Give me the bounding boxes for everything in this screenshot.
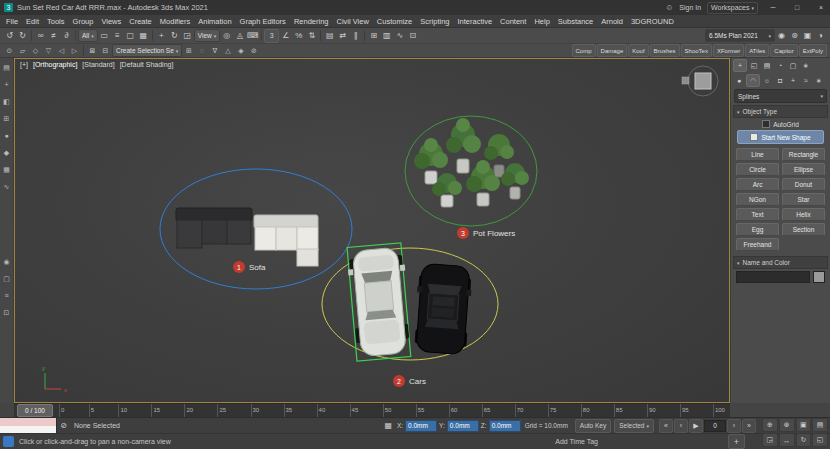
menu-item-scripting[interactable]: Scripting: [416, 17, 453, 26]
timeline[interactable]: 0 / 100 0 5 10 15 20 25 30 35 40 45 50 5…: [14, 403, 730, 417]
autogrid-checkbox[interactable]: [762, 120, 770, 128]
menu-item-arnold[interactable]: Arnold: [597, 17, 627, 26]
viewport-pov-label[interactable]: [Orthographic]: [33, 61, 77, 68]
keyboard-override-icon[interactable]: ⌨: [246, 30, 259, 42]
toolbar2-icon[interactable]: ◈: [234, 45, 247, 57]
menu-item-animation[interactable]: Animation: [194, 17, 235, 26]
bind-to-space-warp-icon[interactable]: ∂: [60, 30, 73, 42]
annotation-pot-flowers[interactable]: 3 Pot Flowers: [457, 227, 515, 239]
white-car-selected-object[interactable]: [346, 243, 413, 362]
curve-editor-icon[interactable]: ∿: [393, 30, 406, 42]
schematic-view-icon[interactable]: ⊡: [406, 30, 419, 42]
shape-button-ellipse[interactable]: Ellipse: [782, 163, 825, 176]
tab-display[interactable]: ▢: [787, 60, 799, 71]
reference-coordinate-dropdown[interactable]: View ▾: [194, 29, 221, 42]
category-geometry-icon[interactable]: ●: [733, 75, 745, 86]
workspaces-dropdown[interactable]: Workspaces ▾: [707, 2, 758, 14]
layer-explorer-icon[interactable]: ▥: [380, 30, 393, 42]
current-frame-field[interactable]: 0: [704, 420, 726, 432]
viewcube[interactable]: [682, 66, 718, 96]
left-toolbar-icon[interactable]: ▦: [1, 164, 13, 175]
snaps-toggle-icon[interactable]: 3: [264, 29, 279, 43]
menu-item-group[interactable]: Group: [69, 17, 98, 26]
select-and-scale-icon[interactable]: ◲: [181, 30, 194, 42]
left-toolbar-icon[interactable]: ≡: [1, 290, 13, 301]
isolate-selection-button[interactable]: [3, 436, 14, 447]
zoom-extents-all-button[interactable]: ▤: [812, 418, 828, 432]
toolbar2-icon[interactable]: ⊟: [99, 45, 112, 57]
shape-category-dropdown[interactable]: Splines ▾: [734, 89, 827, 103]
pan-view-button[interactable]: +: [728, 434, 745, 449]
shape-button-helix[interactable]: Helix: [782, 208, 825, 221]
name-color-rollout-header[interactable]: ▾ Name and Color: [733, 256, 828, 269]
align-icon[interactable]: ∥: [349, 30, 362, 42]
toolbar2-icon[interactable]: ◁: [55, 45, 68, 57]
toolbar2-icon[interactable]: ▽: [42, 45, 55, 57]
timeline-ruler[interactable]: 0 5 10 15 20 25 30 35 40 45 50 55 60 65 …: [53, 404, 730, 417]
tab-create[interactable]: +: [733, 59, 747, 72]
render-production-icon[interactable]: ◑: [814, 30, 827, 42]
auto-key-button[interactable]: Auto Key: [575, 419, 611, 433]
shape-button-egg[interactable]: Egg: [736, 223, 779, 236]
named-selection-sets-dropdown[interactable]: Create Selection Se ▾: [112, 44, 182, 57]
pot-flowers-objects[interactable]: [414, 118, 529, 207]
menu-item-create[interactable]: Create: [125, 17, 156, 26]
shape-button-freehand[interactable]: Freehand: [736, 238, 779, 251]
select-and-link-icon[interactable]: ∞: [34, 30, 47, 42]
sofa-dark-object[interactable]: [176, 208, 252, 248]
script-button-atiles[interactable]: ATiles: [745, 44, 769, 57]
maxscript-mini-listener[interactable]: [0, 418, 57, 433]
tab-hierarchy[interactable]: ▤: [761, 60, 773, 71]
selection-filter-dropdown[interactable]: All ▾: [78, 29, 98, 42]
menu-item-rendering[interactable]: Rendering: [290, 17, 333, 26]
time-slider-handle[interactable]: 0 / 100: [17, 404, 53, 417]
viewport[interactable]: [+] [Orthographic] [Standard] [Default S…: [14, 58, 730, 403]
toolbar2-icon[interactable]: ▱: [16, 45, 29, 57]
redo-icon[interactable]: ↻: [16, 30, 29, 42]
y-coordinate-field[interactable]: 0.0mm: [447, 420, 479, 432]
shape-button-section[interactable]: Section: [782, 223, 825, 236]
zoom-all-button[interactable]: ⊛: [779, 418, 795, 432]
left-toolbar-icon[interactable]: ◆: [1, 147, 13, 158]
menu-item-tools[interactable]: Tools: [43, 17, 69, 26]
left-toolbar-icon[interactable]: ⊞: [1, 113, 13, 124]
toolbar2-icon[interactable]: ◌: [195, 45, 208, 57]
start-new-shape-button[interactable]: Start New Shape: [737, 130, 824, 144]
zoom-button[interactable]: ⊕: [762, 418, 778, 432]
selection-region-icon[interactable]: ▢: [124, 30, 137, 42]
menu-item-3dground[interactable]: 3DGROUND: [627, 17, 678, 26]
menu-item-civil-view[interactable]: Civil View: [332, 17, 372, 26]
go-to-end-button[interactable]: »: [742, 419, 756, 433]
category-lights-icon[interactable]: ☼: [761, 75, 773, 86]
shape-button-donut[interactable]: Donut: [782, 178, 825, 191]
material-editor-icon[interactable]: ◉: [775, 30, 788, 42]
sign-in-button[interactable]: Sign In: [679, 4, 701, 11]
shape-button-ngon[interactable]: NGon: [736, 193, 779, 206]
category-shapes-icon[interactable]: ◠: [746, 74, 760, 87]
left-toolbar-icon[interactable]: ◉: [1, 256, 13, 267]
zoom-extents-button[interactable]: ▣: [796, 418, 812, 432]
mirror-icon[interactable]: ⇄: [336, 30, 349, 42]
spinner-snap-icon[interactable]: ⇅: [305, 30, 318, 42]
previous-frame-button[interactable]: ‹: [674, 419, 688, 433]
toolbar2-icon[interactable]: ∇: [208, 45, 221, 57]
undo-icon[interactable]: ↺: [3, 30, 16, 42]
shape-button-circle[interactable]: Circle: [736, 163, 779, 176]
menu-item-views[interactable]: Views: [97, 17, 125, 26]
left-toolbar-icon[interactable]: ∿: [1, 181, 13, 192]
menu-item-modifiers[interactable]: Modifiers: [156, 17, 194, 26]
render-setup-icon[interactable]: ⊛: [788, 30, 801, 42]
z-coordinate-field[interactable]: 0.0mm: [489, 420, 521, 432]
menu-item-graph-editors[interactable]: Graph Editors: [236, 17, 290, 26]
toolbar2-icon[interactable]: ⊘: [247, 45, 260, 57]
zoom-region-button[interactable]: ◲: [762, 433, 778, 447]
shape-button-star[interactable]: Star: [782, 193, 825, 206]
script-button-brushes[interactable]: Brushes: [650, 44, 680, 57]
object-name-field[interactable]: [736, 271, 810, 283]
select-and-manipulate-icon[interactable]: ◬: [233, 30, 246, 42]
pan-button[interactable]: ↔: [779, 433, 795, 447]
menu-item-substance[interactable]: Substance: [554, 17, 597, 26]
tab-modify[interactable]: ◱: [748, 60, 760, 71]
category-helpers-icon[interactable]: +: [787, 75, 799, 86]
left-toolbar-icon[interactable]: +: [1, 79, 13, 90]
